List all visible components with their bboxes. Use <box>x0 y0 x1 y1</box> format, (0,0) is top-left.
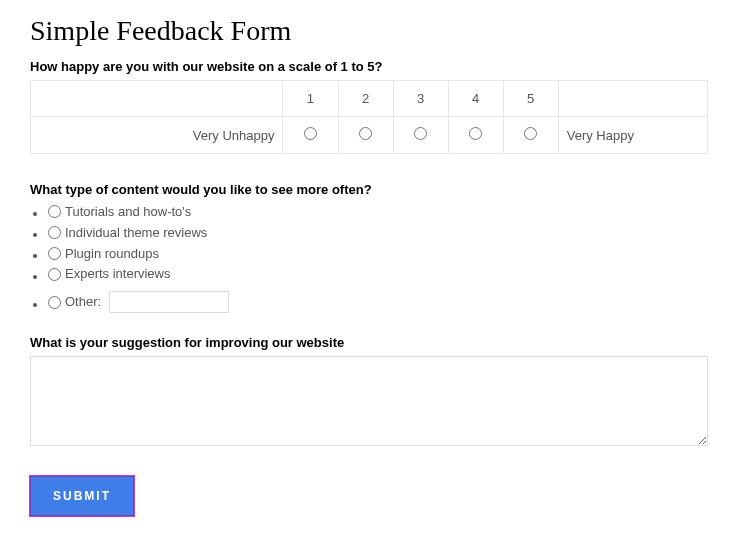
content-radio-1[interactable] <box>48 205 61 218</box>
submit-button[interactable]: SUBMIT <box>30 476 134 516</box>
content-radio-other[interactable] <box>48 296 61 309</box>
scale-header-empty-right <box>558 81 707 117</box>
content-option-2-label: Individual theme reviews <box>65 224 207 242</box>
form-title: Simple Feedback Form <box>30 15 708 47</box>
content-other-input[interactable] <box>109 291 229 313</box>
content-option-1[interactable]: Tutorials and how-to's <box>48 203 191 221</box>
list-item: Experts interviews <box>48 265 708 285</box>
content-option-other[interactable]: Other: <box>48 291 229 313</box>
scale-header-4: 4 <box>448 81 503 117</box>
rating-radio-1[interactable] <box>304 127 317 140</box>
list-item: Individual theme reviews <box>48 224 708 244</box>
scale-header-1: 1 <box>283 81 338 117</box>
rating-radio-4[interactable] <box>469 127 482 140</box>
rating-radio-2[interactable] <box>359 127 372 140</box>
content-option-1-label: Tutorials and how-to's <box>65 203 191 221</box>
content-option-4-label: Experts interviews <box>65 265 170 283</box>
content-radio-4[interactable] <box>48 268 61 281</box>
question-3-label: What is your suggestion for improving ou… <box>30 335 708 350</box>
list-item: Tutorials and how-to's <box>48 203 708 223</box>
content-type-list: Tutorials and how-to's Individual theme … <box>30 203 708 313</box>
content-radio-2[interactable] <box>48 226 61 239</box>
question-2-label: What type of content would you like to s… <box>30 182 708 197</box>
question-1-label: How happy are you with our website on a … <box>30 59 708 74</box>
content-option-3[interactable]: Plugin roundups <box>48 245 159 263</box>
content-option-2[interactable]: Individual theme reviews <box>48 224 207 242</box>
rating-scale-table: 1 2 3 4 5 Very Unhappy Very Happy <box>30 80 708 154</box>
content-option-3-label: Plugin roundups <box>65 245 159 263</box>
scale-header-empty-left <box>31 81 283 117</box>
content-radio-3[interactable] <box>48 247 61 260</box>
list-item: Other: <box>48 291 708 313</box>
scale-header-3: 3 <box>393 81 448 117</box>
scale-anchor-left: Very Unhappy <box>31 117 283 154</box>
scale-header-5: 5 <box>503 81 558 117</box>
suggestion-textarea[interactable] <box>30 356 708 446</box>
rating-radio-3[interactable] <box>414 127 427 140</box>
scale-anchor-right: Very Happy <box>558 117 707 154</box>
rating-radio-5[interactable] <box>524 127 537 140</box>
content-option-other-label: Other: <box>65 293 101 311</box>
scale-header-2: 2 <box>338 81 393 117</box>
content-option-4[interactable]: Experts interviews <box>48 265 170 283</box>
list-item: Plugin roundups <box>48 245 708 265</box>
